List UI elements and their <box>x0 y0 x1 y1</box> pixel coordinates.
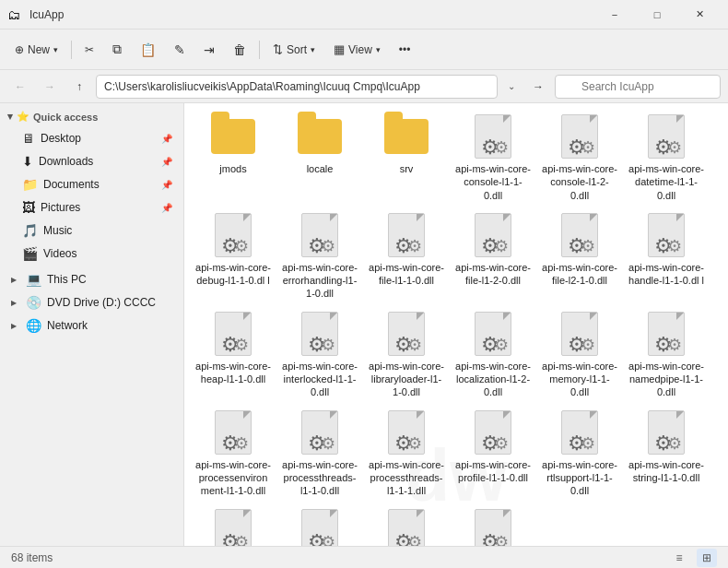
grid-view-button[interactable]: ⊞ <box>697 549 717 567</box>
dll-icon: ⚙ ⚙ <box>648 114 685 159</box>
sidebar-item-music[interactable]: 🎵 Music <box>15 219 180 242</box>
search-input[interactable] <box>555 75 721 99</box>
copy-button[interactable]: ⧉ <box>105 35 129 65</box>
file-item[interactable]: srv <box>365 111 448 206</box>
file-area[interactable]: dw jmods locale srv ⚙ ⚙ api-ms-win-core-… <box>184 103 728 546</box>
file-icon-container: ⚙ ⚙ <box>298 509 342 546</box>
gear-small-icon: ⚙ <box>407 435 422 452</box>
file-item[interactable]: ⚙ ⚙ api-ms-win-core-namedpipe-l1-1-0.dll <box>625 308 708 403</box>
dll-icon: ⚙ ⚙ <box>301 213 338 257</box>
file-icon-container: ⚙ ⚙ <box>384 410 429 455</box>
paste-button[interactable]: 📋 <box>133 35 163 65</box>
file-item[interactable]: ⚙ ⚙ api-ms-win-core-file-l1-2-0.dll <box>452 209 534 304</box>
gear-small-icon: ⚙ <box>407 238 422 254</box>
file-item[interactable]: ⚙ ⚙ api-ms-win-core-memory-l1-1-0.dll <box>538 308 621 403</box>
file-icon-container: ⚙ ⚙ <box>298 312 342 356</box>
up-button[interactable]: ↑ <box>66 74 92 100</box>
sidebar-item-pictures[interactable]: 🖼 Pictures 📌 <box>15 196 180 219</box>
maximize-button[interactable]: □ <box>636 0 678 30</box>
file-item[interactable]: ⚙ ⚙ api-ms-win-core-processthreads-l1-1-… <box>365 407 448 502</box>
file-name: locale <box>307 162 334 175</box>
delete-button[interactable]: 🗑 <box>226 35 253 65</box>
file-item[interactable]: jmods <box>192 111 275 206</box>
file-item[interactable]: ⚙ ⚙ api-ms-win-core-processenvironment-l… <box>192 407 275 502</box>
file-icon-container: ⚙ ⚙ <box>211 213 255 257</box>
sidebar-item-this-pc[interactable]: ▶ 💻 This PC <box>4 268 180 290</box>
dll-icon: ⚙ ⚙ <box>561 213 598 257</box>
file-icon-container: ⚙ ⚙ <box>644 114 688 159</box>
more-button[interactable]: ••• <box>392 35 418 65</box>
back-button[interactable]: ← <box>7 74 33 100</box>
gear-small-icon: ⚙ <box>407 534 422 546</box>
gear-small-icon: ⚙ <box>234 435 249 452</box>
file-item[interactable]: ⚙ ⚙ api-ms-win-core-synch-l1-2-0.dll <box>278 505 361 546</box>
file-item[interactable]: ⚙ ⚙ api-ms-win-core-datetime-l1-1-0.dll <box>625 111 708 206</box>
sidebar-item-desktop[interactable]: 🖥 Desktop 📌 <box>15 127 180 149</box>
sidebar-item-downloads[interactable]: ⬇ Downloads 📌 <box>15 150 180 172</box>
title-bar-controls: − □ ✕ <box>593 0 721 30</box>
forward-button[interactable]: → <box>37 74 63 100</box>
share-button[interactable]: ⇥ <box>196 35 222 65</box>
list-view-button[interactable]: ≡ <box>669 549 689 567</box>
file-item[interactable]: ⚙ ⚙ api-ms-win-core-interlocked-l1-1-0.d… <box>278 308 361 403</box>
file-item[interactable]: ⚙ ⚙ api-ms-win-core-processthreads-l1-1-… <box>278 407 361 502</box>
file-item[interactable]: ⚙ ⚙ api-ms-win-core-synch-l1-1-0.dll <box>192 505 275 546</box>
file-icon-container: ⚙ ⚙ <box>558 410 602 455</box>
sort-icon: ⇅ <box>273 42 283 56</box>
address-input[interactable] <box>96 75 498 99</box>
dll-icon: ⚙ ⚙ <box>648 410 685 455</box>
file-item[interactable]: ⚙ ⚙ api-ms-win-core-heap-l1-1-0.dll <box>192 308 275 403</box>
file-icon-container: ⚙ ⚙ <box>384 213 429 257</box>
share-icon: ⇥ <box>204 42 215 57</box>
file-item[interactable]: ⚙ ⚙ api-ms-win-core-console-l1-1-0.dll <box>452 111 534 206</box>
view-icon: ▦ <box>334 42 345 56</box>
sidebar-item-videos[interactable]: 🎬 Videos <box>15 243 180 265</box>
dll-icon: ⚙ ⚙ <box>388 509 425 546</box>
file-icon-container: ⚙ ⚙ <box>211 410 255 455</box>
file-item[interactable]: ⚙ ⚙ api-ms-win-core-localization-l1-2-0.… <box>452 308 534 403</box>
file-item[interactable]: ⚙ ⚙ api-ms-win-core-file-l2-1-0.dll <box>538 209 621 304</box>
file-icon-container: ⚙ ⚙ <box>384 509 429 546</box>
file-item[interactable]: ⚙ ⚙ api-ms-win-core-rtlsupport-l1-1-0.dl… <box>538 407 621 502</box>
sort-button[interactable]: ⇅ Sort ▾ <box>265 35 323 65</box>
go-button[interactable]: → <box>525 74 551 100</box>
file-item[interactable]: ⚙ ⚙ api-ms-win-core-sysinfo-l1-1-0.dll <box>365 505 448 546</box>
file-item[interactable]: ⚙ ⚙ api-ms-win-core-profile-l1-1-0.dll <box>452 407 534 502</box>
file-item[interactable]: ⚙ ⚙ api-ms-win-core-handle-l1-1-0.dl l <box>625 209 708 304</box>
file-item[interactable]: ⚙ ⚙ api-ms-win-core-debug-l1-1-0.dl l <box>192 209 275 304</box>
file-icon-container: ⚙ ⚙ <box>384 312 429 356</box>
view-button[interactable]: ▦ View ▾ <box>326 35 388 65</box>
address-chevron-icon[interactable]: ⌄ <box>501 75 522 99</box>
minimize-button[interactable]: − <box>593 0 636 30</box>
gear-small-icon: ⚙ <box>581 337 595 353</box>
file-item[interactable]: locale <box>278 111 361 206</box>
file-item[interactable]: ⚙ ⚙ api-ms-win-core-file-l1-1-0.dll <box>365 209 448 304</box>
sidebar-item-network[interactable]: ▶ 🌐 Network <box>4 314 180 337</box>
file-name: api-ms-win-core-console-l1-1-0.dll <box>455 162 531 202</box>
file-item[interactable]: ⚙ ⚙ api-ms-win-core-console-l1-2-0.dll <box>538 111 621 206</box>
file-item[interactable]: ⚙ ⚙ api-ms-win-core-string-l1-1-0.dll <box>625 407 708 502</box>
dll-icon: ⚙ ⚙ <box>388 213 425 257</box>
folder-icon <box>211 119 255 154</box>
this-pc-expand-icon: ▶ <box>11 276 20 284</box>
file-item[interactable]: ⚙ ⚙ api-ms-win-core-timezone-l1-1-0.dll <box>452 505 534 546</box>
file-icon-container: ⚙ ⚙ <box>471 509 515 546</box>
file-item[interactable]: ⚙ ⚙ api-ms-win-core-libraryloader-l1-1-0… <box>365 308 448 403</box>
desktop-icon: 🖥 <box>22 131 35 146</box>
dll-icon: ⚙ ⚙ <box>215 410 252 455</box>
sidebar-item-documents[interactable]: 📁 Documents 📌 <box>15 173 180 195</box>
new-button[interactable]: ⊕ New ▾ <box>7 35 65 65</box>
rename-button[interactable]: ✎ <box>167 35 193 65</box>
view-chevron-icon: ▾ <box>376 45 381 54</box>
dll-icon: ⚙ ⚙ <box>648 213 685 257</box>
close-button[interactable]: ✕ <box>678 0 721 30</box>
file-icon-container: ⚙ ⚙ <box>298 213 342 257</box>
file-item[interactable]: ⚙ ⚙ api-ms-win-core-errorhandling-l1-1-0… <box>278 209 361 304</box>
sidebar-item-dvd[interactable]: ▶ 💿 DVD Drive (D:) CCCC <box>4 291 180 314</box>
file-name: api-ms-win-core-memory-l1-1-0.dll <box>542 360 617 399</box>
more-icon: ••• <box>399 43 411 56</box>
cut-button[interactable]: ✂ <box>77 35 101 65</box>
file-name: api-ms-win-core-string-l1-1-0.dll <box>628 458 704 485</box>
file-name: api-ms-win-core-libraryloader-l1-1-0.dll <box>369 360 444 399</box>
sidebar-quick-access-header[interactable]: ▾ ⭐ Quick access <box>0 107 183 126</box>
